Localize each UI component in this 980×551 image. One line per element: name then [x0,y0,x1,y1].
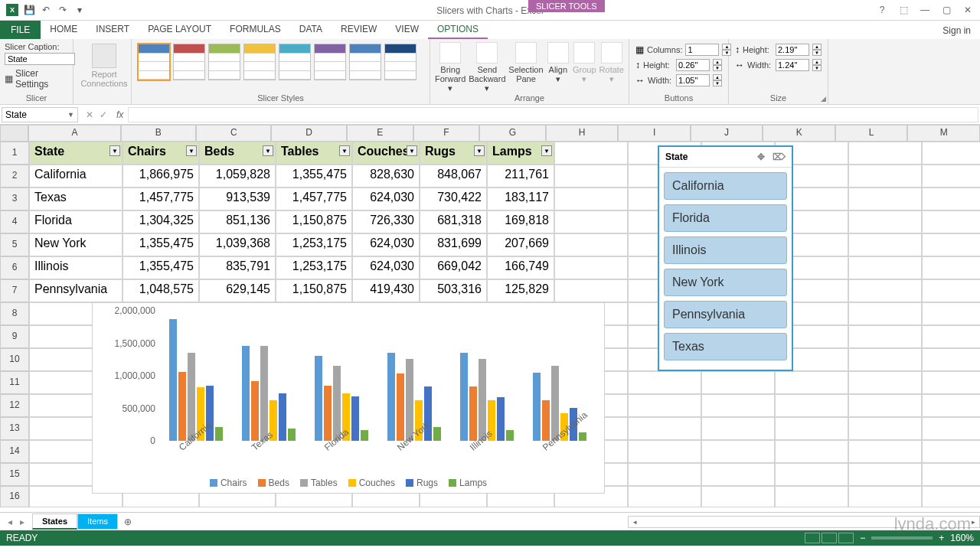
cell[interactable]: Texas [29,187,122,210]
cell[interactable]: 624,030 [352,187,420,210]
help-button[interactable]: ? [873,2,891,18]
cell[interactable]: 207,669 [487,233,554,256]
slicer-item[interactable]: Illinois [664,236,787,264]
excel-icon[interactable]: X [5,2,20,18]
table-header[interactable]: Rugs▼ [420,142,487,165]
cell[interactable]: 831,699 [420,233,487,256]
cell[interactable]: 1,355,475 [122,256,199,279]
qat-dropdown[interactable]: ▾ [72,2,87,18]
cell[interactable]: 913,539 [199,187,276,210]
tab-view[interactable]: VIEW [386,21,428,39]
cell[interactable]: 629,145 [199,279,276,302]
add-sheet-button[interactable]: ⊕ [118,517,138,527]
col-header[interactable]: F [413,125,480,142]
cell[interactable]: 169,818 [487,210,554,233]
cell[interactable]: 419,430 [352,279,420,302]
sheet-nav-prev[interactable]: ◂ [5,517,15,527]
row-header[interactable]: 8 [0,302,29,325]
columns-input[interactable] [685,44,719,56]
slicer-item[interactable]: Florida [664,204,787,232]
cell[interactable]: 1,039,368 [199,233,276,256]
styles-gallery[interactable] [136,41,425,83]
cell[interactable]: 681,318 [420,210,487,233]
cell[interactable]: 624,030 [352,233,420,256]
minimize-button[interactable]: — [916,2,934,18]
filter-button[interactable]: ▼ [263,145,273,156]
col-header[interactable]: M [907,125,980,142]
zoom-out-button[interactable]: − [860,533,865,543]
col-header[interactable]: H [546,125,619,142]
align-button[interactable]: Align▾ [547,42,570,93]
slicer-item[interactable]: New York [664,269,787,296]
cell[interactable]: 835,791 [199,256,276,279]
sheet-tab[interactable]: States [32,514,77,530]
cell[interactable]: Illinois [29,256,122,279]
redo-button[interactable]: ↷ [55,2,70,18]
cell[interactable]: 1,355,475 [122,233,199,256]
btn-height-input[interactable] [676,59,710,71]
chart[interactable]: 0500,0001,000,0001,500,0002,000,000 Cali… [92,302,605,494]
table-header[interactable]: State▼ [29,142,122,165]
style-thumb[interactable] [314,44,346,80]
col-header[interactable]: B [121,125,196,142]
close-button[interactable]: ✕ [959,2,977,18]
cell[interactable]: 669,042 [420,256,487,279]
save-button[interactable]: 💾 [21,2,37,18]
zoom-in-button[interactable]: + [939,533,944,543]
cell[interactable]: New York [29,233,122,256]
cell[interactable]: 1,150,875 [276,210,352,233]
slicer-caption-input[interactable] [5,53,75,65]
row-header[interactable]: 3 [0,187,29,210]
row-header[interactable]: 16 [0,486,29,507]
slicer-settings-button[interactable]: ▦Slicer Settings [5,68,68,90]
sheet-tab[interactable]: Items [77,514,118,530]
row-header[interactable]: 12 [0,394,29,417]
col-header[interactable]: A [28,125,120,142]
cell[interactable]: Florida [29,210,122,233]
clear-filter-icon[interactable]: ⌦ [773,152,786,162]
col-header[interactable]: J [691,125,763,142]
slicer-item[interactable]: Pennsylvania [664,301,787,328]
row-header[interactable]: 5 [0,233,29,256]
style-thumb[interactable] [384,44,416,80]
cell[interactable]: 726,330 [352,210,420,233]
style-thumb[interactable] [138,44,170,80]
bring-forward-button[interactable]: BringForward ▾ [435,42,466,93]
cell[interactable]: Pennsylvania [29,279,122,302]
style-thumb[interactable] [243,44,276,80]
cell[interactable]: 1,048,575 [122,279,199,302]
worksheet-grid[interactable]: ABCDEFGHIJKLM 12345678910111213141516 St… [0,125,980,512]
row-header[interactable]: 10 [0,348,29,371]
style-thumb[interactable] [173,44,205,80]
row-header[interactable]: 4 [0,210,29,233]
style-thumb[interactable] [208,44,240,80]
tab-data[interactable]: DATA [290,21,332,39]
row-header[interactable]: 7 [0,279,29,302]
page-break-button[interactable] [838,533,854,543]
tab-insert[interactable]: INSERT [87,21,139,39]
chevron-down-icon[interactable]: ▼ [67,111,74,119]
col-header[interactable]: E [347,125,413,142]
row-header[interactable]: 2 [0,165,29,187]
page-layout-button[interactable] [822,533,837,543]
cell[interactable]: 848,067 [420,165,487,187]
cell[interactable]: 1,457,775 [122,187,199,210]
col-header[interactable]: G [479,125,546,142]
cell[interactable]: 183,117 [487,187,554,210]
cell[interactable]: 730,422 [420,187,487,210]
table-header[interactable]: Couches▼ [352,142,420,165]
tab-options[interactable]: OPTIONS [428,21,488,39]
style-thumb[interactable] [279,44,311,80]
tab-review[interactable]: REVIEW [332,21,386,39]
zoom-slider[interactable] [871,536,933,540]
table-header[interactable]: Beds▼ [199,142,276,165]
slicer[interactable]: State ✥ ⌦ CaliforniaFloridaIllinoisNew Y… [658,146,792,370]
size-height-input[interactable] [776,44,809,56]
filter-button[interactable]: ▼ [474,145,485,156]
fx-label[interactable]: fx [113,109,126,120]
col-header[interactable]: D [271,125,346,142]
collapse-ribbon-button[interactable]: ˄ [971,536,975,546]
move-icon[interactable]: ✥ [757,152,765,162]
undo-button[interactable]: ↶ [38,2,54,18]
filter-button[interactable]: ▼ [186,145,197,156]
